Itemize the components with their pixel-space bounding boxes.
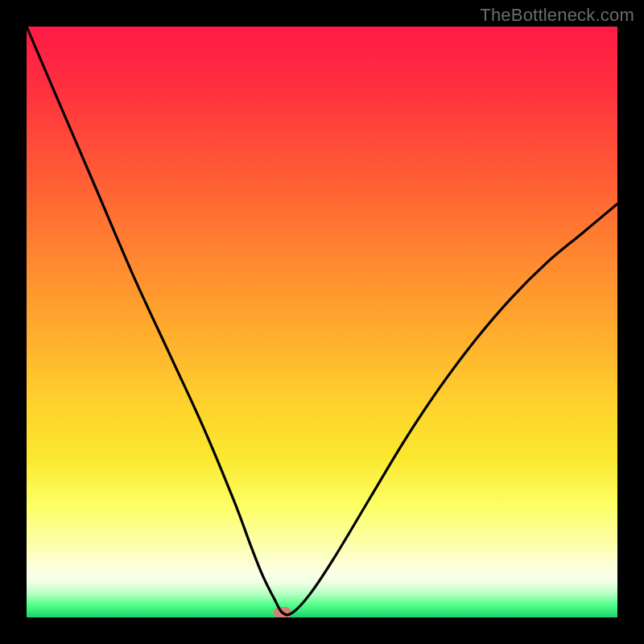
chart-frame: TheBottleneck.com xyxy=(0,0,644,644)
plot-area xyxy=(27,27,617,617)
watermark-text: TheBottleneck.com xyxy=(480,5,634,26)
bottleneck-curve xyxy=(27,27,617,617)
